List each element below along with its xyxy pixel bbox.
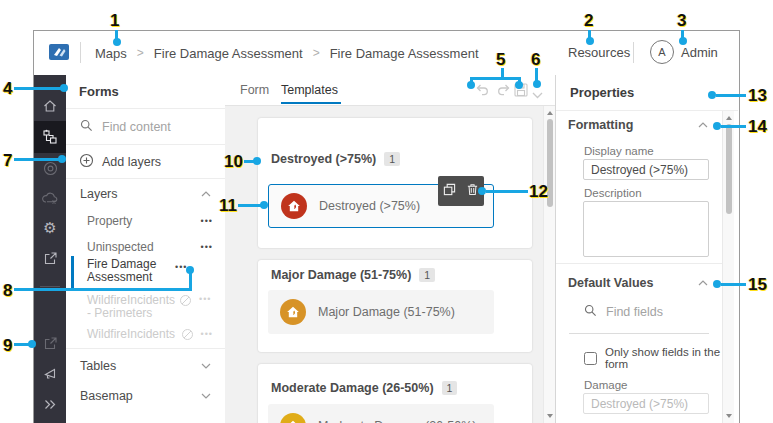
- redo-icon[interactable]: [495, 82, 511, 102]
- resources-link[interactable]: Resources: [568, 31, 630, 75]
- damage-field-value[interactable]: [583, 393, 709, 414]
- chevron-up-icon: [201, 191, 211, 197]
- search-placeholder: Find fields: [606, 305, 663, 319]
- callout-4: 4: [3, 79, 12, 98]
- damage-field-label: Damage: [584, 379, 627, 391]
- scroll-up-icon[interactable]: [547, 111, 553, 115]
- avatar[interactable]: A: [650, 40, 674, 64]
- callout-1: 1: [110, 11, 119, 30]
- chevron-down-icon: [201, 363, 211, 369]
- template-label: Moderate Damage (26-50%): [318, 419, 476, 423]
- find-content-search[interactable]: Find content: [66, 109, 225, 145]
- field-maps-logo-icon[interactable]: [48, 41, 70, 67]
- search-icon: [584, 303, 597, 321]
- properties-scrollbar[interactable]: [722, 111, 734, 423]
- breadcrumb-maps[interactable]: Maps: [95, 46, 127, 61]
- moderate-damage-symbol-icon: [280, 413, 306, 423]
- description-label: Description: [584, 187, 642, 199]
- share-icon[interactable]: [34, 243, 66, 273]
- callout-dot: [467, 81, 475, 89]
- callout-line: [486, 190, 528, 193]
- only-show-fields-checkbox-row[interactable]: Only show fields in the form: [584, 346, 738, 370]
- section-divider: [556, 263, 722, 264]
- callout-8: 8: [3, 281, 12, 300]
- layer-row-fire-damage-assessment[interactable]: Fire Damage Assessment •••: [66, 255, 225, 291]
- active-tab-underline: [281, 102, 341, 104]
- scroll-down-icon[interactable]: [547, 414, 553, 418]
- overflow-menu-icon[interactable]: •••: [199, 294, 211, 304]
- expand-icon[interactable]: [34, 389, 66, 419]
- display-name-label: Display name: [584, 145, 654, 157]
- settings-icon[interactable]: ⚙: [34, 213, 66, 243]
- tables-section-header[interactable]: Tables: [66, 351, 225, 381]
- default-values-section-header[interactable]: Default Values: [568, 276, 708, 290]
- description-field[interactable]: [583, 201, 709, 257]
- callout-10: 10: [224, 152, 243, 171]
- tab-templates[interactable]: Templates: [281, 75, 338, 105]
- not-allowed-icon: [181, 328, 194, 341]
- formatting-section-header[interactable]: Formatting: [568, 118, 708, 132]
- layer-row-wildfire-incidents[interactable]: WildfireIncidents •••: [66, 322, 225, 346]
- callout-7: 7: [3, 151, 12, 170]
- layer-row-property[interactable]: Property •••: [66, 208, 225, 234]
- callout-dot: [533, 80, 541, 88]
- scroll-up-icon[interactable]: [726, 116, 732, 120]
- callout-line: [721, 283, 746, 286]
- count-badge: 1: [442, 381, 458, 395]
- only-show-fields-checkbox[interactable]: [584, 352, 597, 365]
- add-circle-icon: [79, 153, 94, 172]
- scrollbar-thumb[interactable]: [726, 124, 732, 214]
- user-menu-admin[interactable]: Admin: [681, 31, 718, 75]
- not-allowed-icon: [179, 294, 192, 310]
- add-layers-button[interactable]: Add layers: [66, 146, 225, 179]
- callout-dot: [708, 91, 716, 99]
- properties-panel: Properties Formatting Display name Descr…: [555, 75, 738, 423]
- home-icon[interactable]: [34, 91, 66, 121]
- layer-label: WildfireIncidents - Perimeters: [87, 294, 179, 320]
- group-title: Moderate Damage (26-50%): [271, 381, 434, 395]
- callout-11: 11: [219, 196, 237, 215]
- feedback-icon[interactable]: [34, 358, 66, 388]
- checkbox-label: Only show fields in the form: [605, 346, 738, 370]
- properties-panel-title: Properties: [570, 75, 634, 110]
- layers-section-label: Layers: [80, 187, 118, 201]
- overflow-menu-icon[interactable]: •••: [201, 242, 213, 252]
- forms-icon[interactable]: [34, 121, 66, 153]
- offline-icon[interactable]: [34, 183, 66, 213]
- breadcrumb-separator-icon: >: [313, 46, 320, 60]
- find-fields-search[interactable]: Find fields: [584, 303, 663, 321]
- display-name-field[interactable]: [583, 159, 709, 180]
- left-icon-rail: ⚙: [34, 75, 66, 423]
- overflow-menu-icon[interactable]: •••: [201, 216, 213, 226]
- breadcrumb-map-name[interactable]: Fire Damage Assessment: [154, 46, 303, 61]
- undo-icon[interactable]: [475, 82, 491, 102]
- chevron-down-icon: [201, 393, 211, 399]
- template-card-moderate[interactable]: Moderate Damage (26-50%): [268, 404, 494, 423]
- chevron-up-icon: [698, 280, 708, 286]
- basemap-section-header[interactable]: Basemap: [66, 381, 225, 411]
- header-divider: [633, 42, 634, 63]
- template-card-major[interactable]: Major Damage (51-75%): [268, 290, 494, 334]
- screenshot-canvas: Maps > Fire Damage Assessment > Fire Dam…: [0, 0, 773, 423]
- templates-scrollbar[interactable]: [543, 106, 555, 423]
- search-placeholder: Find content: [102, 120, 171, 134]
- duplicate-icon[interactable]: [443, 182, 456, 200]
- template-label: Major Damage (51-75%): [318, 305, 455, 319]
- overflow-menu-icon[interactable]: •••: [201, 329, 213, 339]
- forms-panel-title: Forms: [79, 75, 119, 108]
- layers-section-header[interactable]: Layers: [66, 179, 225, 208]
- external-link-icon[interactable]: [34, 328, 66, 358]
- major-damage-symbol-icon: [280, 299, 306, 325]
- callout-dot: [253, 157, 261, 165]
- callout-12: 12: [529, 182, 548, 201]
- scroll-down-icon[interactable]: [726, 414, 732, 418]
- callout-dot: [515, 81, 523, 89]
- callout-dot: [478, 187, 486, 195]
- callout-line: [189, 272, 192, 290]
- template-group-major: Major Damage (51-75%) 1 Major Damage (51…: [258, 260, 532, 352]
- callout-dot: [113, 38, 121, 46]
- count-badge: 1: [419, 268, 435, 282]
- tab-form[interactable]: Form: [240, 75, 269, 105]
- callout-dot: [186, 266, 194, 274]
- tables-section-label: Tables: [80, 359, 116, 373]
